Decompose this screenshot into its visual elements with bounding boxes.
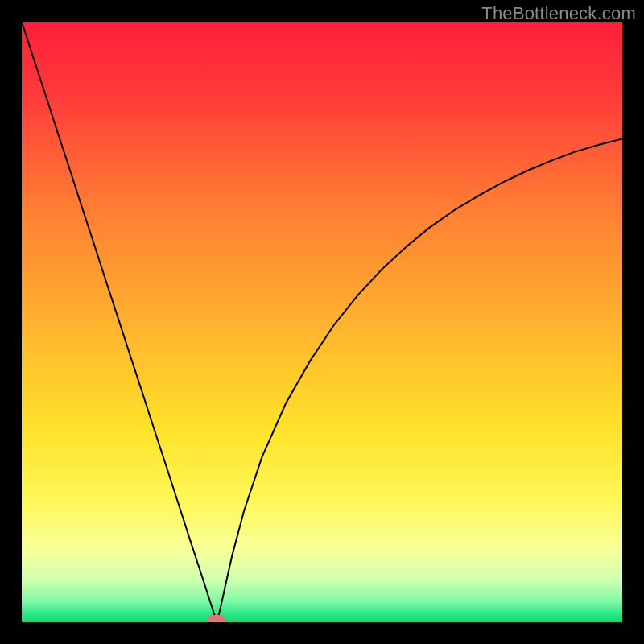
chart-container: TheBottleneck.com xyxy=(0,0,644,644)
minimum-marker xyxy=(208,615,225,622)
bottleneck-curve xyxy=(22,22,622,622)
plot-area xyxy=(22,22,622,622)
